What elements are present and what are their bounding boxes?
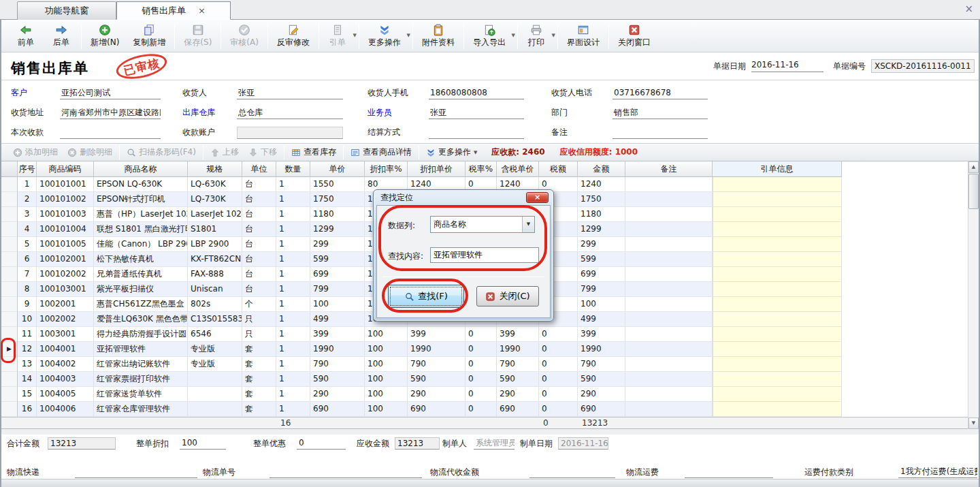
cell[interactable] xyxy=(625,192,713,207)
column-header[interactable]: 商品名称 xyxy=(94,161,188,177)
cell[interactable]: 1004002 xyxy=(37,357,94,372)
cell[interactable]: 1550 xyxy=(310,177,365,192)
cell[interactable]: 790 xyxy=(578,357,625,372)
cell[interactable]: 790 xyxy=(497,357,539,372)
cell[interactable]: 台 xyxy=(242,252,276,267)
cell[interactable]: 399 xyxy=(497,327,539,342)
cell[interactable] xyxy=(713,192,842,207)
cell[interactable] xyxy=(625,372,713,387)
cell[interactable]: 1 xyxy=(276,327,310,342)
cell[interactable]: 690 xyxy=(408,402,466,417)
field-value[interactable] xyxy=(612,127,708,139)
cell[interactable]: 802s xyxy=(188,297,242,312)
field-value[interactable]: 0 xyxy=(297,437,346,450)
cell[interactable]: 0 xyxy=(539,387,578,402)
cell[interactable]: LBP 2900 xyxy=(188,237,242,252)
cell[interactable]: 0 xyxy=(466,342,497,357)
cell[interactable] xyxy=(625,312,713,327)
column-header[interactable]: 金额 xyxy=(578,161,625,177)
cell[interactable]: 台 xyxy=(242,207,276,222)
field-value[interactable]: 张亚 xyxy=(429,107,524,119)
field-value[interactable]: 2016-11-16 xyxy=(558,437,608,450)
dialog-close-button[interactable]: 关闭(C) xyxy=(476,286,539,307)
cell[interactable] xyxy=(713,342,842,357)
field-value[interactable]: 03716678678 xyxy=(612,87,708,99)
grid-move-up-button[interactable]: 上移 xyxy=(206,146,244,158)
cell[interactable]: 290 xyxy=(578,387,625,402)
cell[interactable] xyxy=(625,267,713,282)
column-header[interactable]: 规格 xyxy=(188,161,242,177)
table-row[interactable]: 151004005红管家送货单软件套129010029002900290 xyxy=(1,387,979,402)
cell[interactable]: 690 xyxy=(497,402,539,417)
cell[interactable]: 690 xyxy=(310,402,365,417)
cell[interactable]: 690 xyxy=(578,402,625,417)
cell[interactable]: 1 xyxy=(276,312,310,327)
cell[interactable]: 790 xyxy=(408,357,466,372)
cell[interactable]: 11 xyxy=(18,327,37,342)
field-value[interactable] xyxy=(685,466,773,478)
row-header[interactable] xyxy=(1,252,18,267)
row-header[interactable] xyxy=(1,177,18,192)
cell[interactable]: 0 xyxy=(466,387,497,402)
cell[interactable]: 爱普生LQ630K 黑色色带 xyxy=(94,312,188,327)
column-header[interactable]: 折扣单价 xyxy=(408,161,466,177)
toolbar-attachments-button[interactable]: 附件资料 xyxy=(415,21,461,51)
cell[interactable]: 699 xyxy=(578,267,625,282)
cell[interactable]: 1 xyxy=(276,207,310,222)
cell[interactable]: 290 xyxy=(310,387,365,402)
doc-date-field[interactable]: 2016-11-16 xyxy=(751,60,823,72)
field-value[interactable]: 100 xyxy=(180,437,226,450)
cell[interactable]: 台 xyxy=(242,222,276,237)
cell[interactable]: 5 xyxy=(18,237,37,252)
cell[interactable]: S1801 xyxy=(188,222,242,237)
cell[interactable]: 得力经典防滑握手设计圆 xyxy=(94,327,188,342)
chevron-down-icon[interactable]: ▼ xyxy=(522,217,534,232)
cell[interactable]: 100101005 xyxy=(37,237,94,252)
table-row[interactable]: ▶121004001亚拓管理软件专业版套11990100199001990019… xyxy=(1,342,979,357)
row-header[interactable] xyxy=(1,267,18,282)
field-value[interactable]: 1我方付运费(生成运费 xyxy=(898,466,977,478)
cell[interactable]: 1002001 xyxy=(37,297,94,312)
cell[interactable] xyxy=(625,252,713,267)
cell[interactable]: 紫光平板扫描仪 xyxy=(94,282,188,297)
cell[interactable]: 7 xyxy=(18,267,37,282)
cell[interactable]: 100 xyxy=(310,297,365,312)
toolbar-ui-design-button[interactable]: 界面设计 xyxy=(560,21,606,51)
cell[interactable]: 1003001 xyxy=(37,327,94,342)
cell[interactable]: 499 xyxy=(578,312,625,327)
column-header[interactable]: 折扣率% xyxy=(365,161,408,177)
scroll-down-icon[interactable]: ▼ xyxy=(968,418,979,429)
grid-view-stock-button[interactable]: 查看库存 xyxy=(287,146,341,158)
cell[interactable]: 1004001 xyxy=(37,342,94,357)
cell[interactable]: 联想 S1801 黑白激光打印 xyxy=(94,222,188,237)
cell[interactable]: 6546 xyxy=(188,327,242,342)
vertical-scrollbar[interactable]: ▲ ▼ xyxy=(968,161,979,429)
cell[interactable]: 1990 xyxy=(578,342,625,357)
cell[interactable]: 专业版 xyxy=(188,342,242,357)
cell[interactable]: 0 xyxy=(466,402,497,417)
grid-view-product-detail-button[interactable]: 查看商品详情 xyxy=(346,146,416,158)
cell[interactable]: 1299 xyxy=(578,222,625,237)
toolbar-pull-doc-button[interactable]: 引单▼ xyxy=(321,21,357,51)
cell[interactable] xyxy=(713,327,842,342)
cell[interactable]: 台 xyxy=(242,237,276,252)
cell[interactable]: 590 xyxy=(408,372,466,387)
cell[interactable]: 290 xyxy=(408,387,466,402)
cell[interactable] xyxy=(188,372,242,387)
cell[interactable]: 套 xyxy=(242,357,276,372)
cell[interactable]: 100 xyxy=(365,387,408,402)
cell[interactable] xyxy=(713,297,842,312)
cell[interactable]: 台 xyxy=(242,192,276,207)
cell[interactable]: 亚拓管理软件 xyxy=(94,342,188,357)
cell[interactable]: 499 xyxy=(310,312,365,327)
cell[interactable]: 100101001 xyxy=(37,177,94,192)
cell[interactable]: 100 xyxy=(365,372,408,387)
row-header[interactable] xyxy=(1,327,18,342)
tab-sales-outbound[interactable]: 销售出库单 × xyxy=(116,1,231,20)
cell[interactable]: 100102002 xyxy=(37,267,94,282)
dialog-close-icon[interactable]: × xyxy=(526,192,549,203)
cell[interactable]: 1990 xyxy=(497,342,539,357)
cell[interactable]: EPSON针式打印机 xyxy=(94,192,188,207)
cell[interactable]: 16 xyxy=(18,402,37,417)
column-header[interactable]: 商品编码 xyxy=(37,161,94,177)
